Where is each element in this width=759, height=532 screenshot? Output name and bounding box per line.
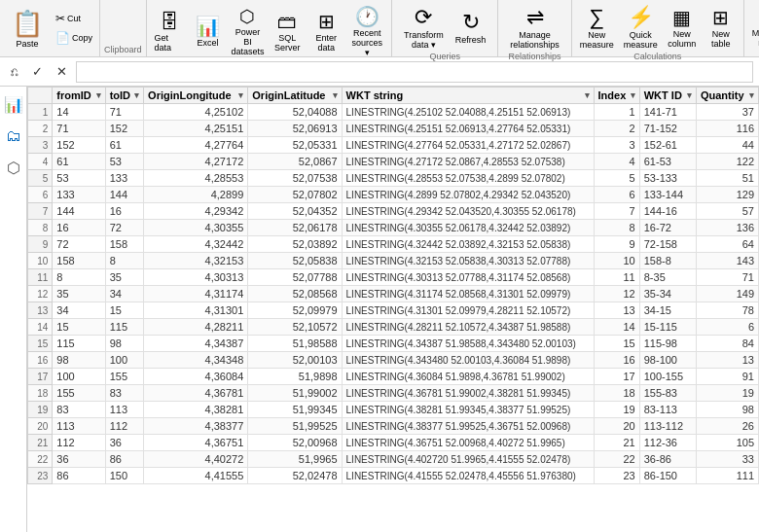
col-header-OriginLongitude[interactable]: OriginLongitude▾ — [144, 88, 248, 104]
table-row[interactable]: 17 100 155 4,36084 51,9898 LINESTRING(4.… — [28, 369, 759, 385]
cell-fromID: 86 — [53, 468, 105, 484]
cell-OriginLatitude: 52,00103 — [248, 352, 342, 369]
cell-Index: 19 — [594, 402, 639, 418]
cell-fromID: 83 — [53, 402, 105, 418]
paste-side: ✂ Cut 📄 Copy — [51, 2, 95, 54]
cell-toID: 71 — [105, 104, 143, 121]
cell-OriginLatitude: 52,04352 — [248, 203, 342, 220]
cell-OriginLatitude: 52,06913 — [248, 121, 342, 137]
get-data-button[interactable]: 🗄 Get data — [151, 9, 188, 54]
undo-button[interactable]: ⎌ — [6, 62, 23, 81]
formula-input[interactable] — [76, 61, 753, 83]
table-row[interactable]: 3 152 61 4,27764 52,05331 LINESTRING(4.2… — [28, 137, 759, 154]
sql-button[interactable]: 🗃 SQLServer — [269, 9, 306, 54]
table-row[interactable]: 8 16 72 4,30355 52,06178 LINESTRING(4.30… — [28, 220, 759, 236]
cell-toID: 100 — [105, 352, 143, 369]
cell-WKT-ID: 141-71 — [639, 104, 696, 121]
table-row[interactable]: 13 34 15 4,31301 52,09979 LINESTRING(4.3… — [28, 302, 759, 319]
cell-OriginLongitude: 4,34387 — [144, 336, 248, 352]
cell-OriginLongitude: 4,27764 — [144, 137, 248, 154]
table-row[interactable]: 9 72 158 4,32442 52,03892 LINESTRING(4.3… — [28, 236, 759, 253]
paste-button[interactable]: 📋 Paste — [4, 2, 51, 54]
cell-fromID: 8 — [53, 269, 105, 286]
table-row[interactable]: 15 115 98 4,34387 51,98588 LINESTRING(4.… — [28, 336, 759, 352]
close-toolbar-button[interactable]: ✕ — [52, 62, 72, 81]
cell-OriginLatitude: 52,04088 — [248, 104, 342, 121]
col-header-fromID[interactable]: fromID▾ — [53, 88, 105, 104]
table-row[interactable]: 10 158 8 4,32153 52,05838 LINESTRING(4.3… — [28, 253, 759, 269]
cell-WKT-string: LINESTRING(4.25151 52.06913,4.27764 52.0… — [342, 121, 594, 137]
table-row[interactable]: 23 86 150 4,41555 52,02478 LINESTRING(4.… — [28, 468, 759, 484]
cell-fromID: 133 — [53, 187, 105, 203]
data-view-icon[interactable]: 🗂 — [3, 124, 24, 148]
cut-icon: ✂ — [55, 12, 65, 25]
new-column-icon: ▦ — [672, 6, 691, 29]
cell-WKT-ID: 61-53 — [639, 154, 696, 170]
manage-roles-icon: 👤 — [756, 5, 759, 28]
table-row[interactable]: 22 36 86 4,40272 51,9965 LINESTRING(4.40… — [28, 451, 759, 468]
table-row[interactable]: 5 53 133 4,28553 52,07538 LINESTRING(4.2… — [28, 170, 759, 187]
table-row[interactable]: 14 15 115 4,28211 52,10572 LINESTRING(4.… — [28, 319, 759, 336]
table-row[interactable]: 11 8 35 4,30313 52,07788 LINESTRING(4.30… — [28, 269, 759, 286]
table-row[interactable]: 2 71 152 4,25151 52,06913 LINESTRING(4.2… — [28, 121, 759, 137]
refresh-icon: ↻ — [462, 10, 480, 35]
new-column-button[interactable]: ▦ Newcolumn — [664, 4, 701, 51]
report-view-icon[interactable]: 📊 — [1, 92, 26, 117]
col-header-OriginLatitude[interactable]: OriginLatitude▾ — [248, 88, 342, 104]
enter-data-button[interactable]: ⊞ Enterdata — [307, 8, 344, 54]
table-row[interactable]: 20 113 112 4,38377 51,99525 LINESTRING(4… — [28, 418, 759, 435]
table-row[interactable]: 7 144 16 4,29342 52,04352 LINESTRING(4.2… — [28, 203, 759, 220]
recent-sources-button[interactable]: 🕐 Recentsources ▾ — [346, 3, 387, 59]
col-header-Quantity[interactable]: Quantity▾ — [696, 88, 758, 104]
get-data-label: Get data — [155, 33, 184, 53]
cell-Index: 1 — [594, 104, 639, 121]
cell-OriginLongitude: 4,28553 — [144, 170, 248, 187]
cell-Index: 8 — [594, 220, 639, 236]
cut-button[interactable]: ✂ Cut — [53, 10, 95, 27]
row-number-header — [28, 88, 53, 104]
cell-WKT-string: LINESTRING(4.36781 51.99002,4.38281 51.9… — [342, 385, 594, 402]
cell-toID: 113 — [105, 402, 143, 418]
cell-Index: 22 — [594, 451, 639, 468]
cell-WKT-string: LINESTRING(4.27764 52.05331,4.27172 52.0… — [342, 137, 594, 154]
new-table-button[interactable]: ⊞ Newtable — [703, 4, 740, 51]
row-number: 17 — [28, 369, 53, 385]
copy-button[interactable]: 📄 Copy — [53, 29, 95, 47]
new-table-label: Newtable — [711, 29, 731, 49]
table-row[interactable]: 18 155 83 4,36781 51,99002 LINESTRING(4.… — [28, 385, 759, 402]
refresh-button[interactable]: ↻ Refresh — [452, 8, 490, 47]
manage-roles-button[interactable]: 👤 Manageroles — [748, 3, 759, 50]
quick-measure-button[interactable]: ⚡ Quickmeasure — [620, 3, 662, 52]
cell-toID: 112 — [105, 418, 143, 435]
cell-OriginLatitude: 52,05331 — [248, 137, 342, 154]
col-header-WKT-ID[interactable]: WKT ID▾ — [639, 88, 696, 104]
cell-WKT-string: LINESTRING(4.38281 51.99345,4.38377 51.9… — [342, 402, 594, 418]
checkmark-button[interactable]: ✓ — [27, 62, 48, 81]
row-number: 22 — [28, 451, 53, 468]
row-number: 10 — [28, 253, 53, 269]
table-row[interactable]: 21 112 36 4,36751 52,00968 LINESTRING(4.… — [28, 435, 759, 451]
col-header-Index[interactable]: Index▾ — [594, 88, 639, 104]
table-row[interactable]: 16 98 100 4,34348 52,00103 LINESTRING(4.… — [28, 352, 759, 369]
clipboard-group: 📋 Paste ✂ Cut 📄 Copy — [0, 0, 100, 56]
powerbi-button[interactable]: ⬡ Power BIdatasets — [229, 4, 268, 58]
table-row[interactable]: 4 61 53 4,27172 52,0867 LINESTRING(4.271… — [28, 154, 759, 170]
new-measure-button[interactable]: ∑ Newmeasure — [576, 3, 618, 52]
cell-Quantity: 37 — [696, 104, 758, 121]
table-row[interactable]: 1 14 71 4,25102 52,04088 LINESTRING(4.25… — [28, 104, 759, 121]
cell-OriginLongitude: 4,28211 — [144, 319, 248, 336]
manage-relationships-button[interactable]: ⇌ Managerelationships — [506, 3, 563, 52]
cell-WKT-string: LINESTRING(4.34387 51.98588,4.343480 52.… — [342, 336, 594, 352]
col-header-toID[interactable]: toID▾ — [105, 88, 143, 104]
table-row[interactable]: 19 83 113 4,38281 51,99345 LINESTRING(4.… — [28, 402, 759, 418]
cell-Index: 7 — [594, 203, 639, 220]
new-column-label: Newcolumn — [668, 29, 696, 49]
table-row[interactable]: 12 35 34 4,31174 52,08568 LINESTRING(4.3… — [28, 286, 759, 302]
table-row[interactable]: 6 133 144 4,2899 52,07802 LINESTRING(4.2… — [28, 187, 759, 203]
relationships-label: Relationships — [506, 52, 563, 61]
relationships-group: ⇌ Managerelationships Relationships — [498, 0, 572, 56]
excel-button[interactable]: 📊 Excel — [190, 13, 227, 50]
transform-data-button[interactable]: ⟳ Transformdata ▾ — [400, 3, 448, 52]
col-header-WKT-string[interactable]: WKT string▾ — [342, 88, 594, 104]
model-view-icon[interactable]: ⬡ — [4, 156, 23, 180]
